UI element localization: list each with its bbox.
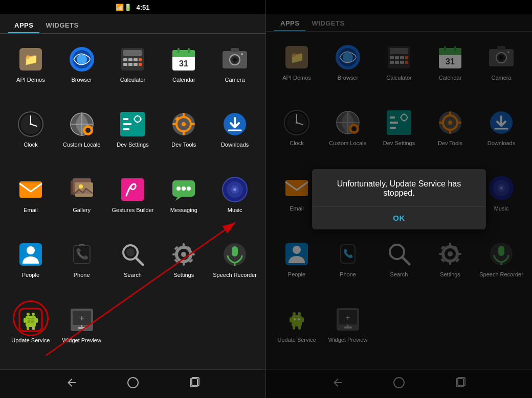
- app-label-clock: Clock: [24, 142, 38, 148]
- app-email[interactable]: Email: [5, 169, 56, 234]
- tab-bar-left: APPS WIDGETS: [0, 14, 265, 34]
- svg-point-69: [176, 186, 181, 191]
- left-panel: 📶🔋 4:51 APPS WIDGETS 📁 API Demos: [0, 0, 266, 398]
- app-speech-recorder[interactable]: Speech Recorder: [209, 234, 260, 299]
- svg-rect-56: [191, 123, 195, 125]
- svg-point-116: [128, 378, 138, 388]
- app-camera[interactable]: Camera: [209, 39, 260, 104]
- svg-rect-111: [78, 327, 86, 329]
- svg-rect-62: [19, 181, 42, 183]
- svg-rect-44: [123, 123, 131, 125]
- dialog-message: Unfortunately, Update Service has stoppe…: [312, 169, 486, 206]
- app-label-search: Search: [124, 272, 142, 278]
- svg-point-78: [27, 246, 35, 254]
- app-settings[interactable]: Settings: [158, 234, 209, 299]
- app-widget-preview[interactable]: + Widget Preview: [56, 299, 107, 364]
- svg-rect-94: [232, 246, 238, 256]
- app-dev-settings[interactable]: Dev Settings: [107, 104, 159, 169]
- home-button-left[interactable]: [123, 372, 143, 395]
- svg-rect-9: [134, 58, 138, 61]
- app-music[interactable]: Music: [209, 169, 260, 234]
- app-messaging[interactable]: Messaging: [158, 169, 209, 234]
- app-people[interactable]: People: [5, 234, 56, 299]
- app-label-downloads: Downloads: [221, 142, 249, 148]
- svg-rect-13: [134, 63, 138, 66]
- app-label-music: Music: [228, 207, 242, 214]
- recents-button-left[interactable]: [184, 372, 205, 395]
- app-label-speech: Speech Recorder: [213, 272, 257, 278]
- svg-rect-104: [27, 326, 29, 330]
- svg-point-70: [182, 186, 186, 191]
- svg-point-4: [77, 54, 87, 64]
- app-label-calculator: Calculator: [120, 77, 146, 83]
- app-clock[interactable]: Clock: [5, 104, 56, 169]
- svg-rect-105: [32, 326, 35, 330]
- svg-rect-54: [183, 131, 185, 135]
- app-phone[interactable]: 📞 Phone: [56, 234, 107, 299]
- app-custom-locale[interactable]: Custom Locale: [56, 104, 107, 169]
- svg-point-31: [30, 123, 32, 125]
- app-dev-tools[interactable]: Dev Tools: [158, 104, 209, 169]
- svg-rect-7: [123, 58, 127, 61]
- dialog-overlay: Unfortunately, Update Service has stoppe…: [266, 0, 532, 398]
- app-label-dev-tools: Dev Tools: [171, 142, 196, 148]
- svg-rect-43: [123, 118, 128, 120]
- svg-text:📁: 📁: [24, 53, 38, 66]
- app-search[interactable]: Search: [107, 234, 159, 299]
- svg-rect-53: [183, 113, 185, 117]
- app-label-email: Email: [24, 207, 38, 214]
- svg-point-37: [85, 128, 91, 133]
- svg-point-75: [233, 188, 236, 191]
- svg-text:31: 31: [179, 59, 188, 68]
- app-label-update-service: Update Service: [11, 337, 50, 344]
- app-update-service[interactable]: Update Service: [5, 299, 56, 364]
- svg-rect-12: [128, 63, 132, 66]
- svg-rect-61: [19, 181, 42, 198]
- app-api-demos[interactable]: 📁 API Demos: [5, 39, 56, 104]
- svg-line-82: [136, 257, 143, 265]
- app-gallery[interactable]: Gallery: [56, 169, 107, 234]
- svg-point-66: [79, 184, 83, 189]
- svg-rect-86: [183, 262, 185, 266]
- svg-rect-102: [24, 318, 26, 323]
- app-label-settings: Settings: [173, 272, 194, 278]
- svg-rect-65: [75, 182, 93, 197]
- svg-point-98: [27, 313, 30, 316]
- dialog-ok-button[interactable]: OK: [312, 206, 486, 229]
- right-panel: APPS WIDGETS 📁 API Demos: [266, 0, 532, 398]
- app-calculator[interactable]: Calculator: [107, 39, 159, 104]
- svg-rect-88: [191, 253, 195, 255]
- app-browser[interactable]: Browser: [56, 39, 107, 104]
- svg-rect-41: [91, 129, 93, 131]
- svg-rect-25: [231, 48, 239, 52]
- bottom-nav-left: [0, 369, 265, 398]
- svg-text:📞: 📞: [75, 248, 88, 260]
- tab-widgets-left[interactable]: WIDGETS: [39, 18, 84, 33]
- app-downloads[interactable]: Downloads: [209, 104, 260, 169]
- svg-rect-10: [139, 58, 142, 61]
- svg-rect-85: [183, 243, 185, 247]
- svg-point-84: [181, 252, 186, 257]
- app-label-people: People: [22, 272, 39, 278]
- app-label-phone: Phone: [74, 272, 90, 278]
- app-label-widget-preview: Widget Preview: [62, 337, 101, 344]
- svg-rect-55: [172, 123, 176, 125]
- svg-rect-87: [172, 253, 176, 255]
- svg-rect-14: [139, 63, 142, 66]
- svg-point-58: [182, 122, 186, 126]
- app-label-api-demos: API Demos: [16, 77, 45, 83]
- app-label-messaging: Messaging: [170, 207, 197, 214]
- app-calendar[interactable]: 31 Calendar: [158, 39, 209, 104]
- app-label-browser: Browser: [72, 77, 92, 83]
- app-gestures[interactable]: Gestures Builder: [107, 169, 159, 234]
- svg-rect-45: [123, 128, 129, 130]
- app-label-camera: Camera: [225, 77, 245, 83]
- app-grid-left: 📁 API Demos Browser: [0, 34, 265, 369]
- svg-rect-11: [123, 63, 127, 66]
- error-dialog: Unfortunately, Update Service has stoppe…: [312, 169, 486, 229]
- svg-rect-20: [188, 48, 190, 53]
- svg-rect-17: [172, 55, 195, 57]
- svg-rect-39: [87, 133, 89, 135]
- back-button-left[interactable]: [61, 372, 82, 395]
- tab-apps-left[interactable]: APPS: [8, 18, 39, 33]
